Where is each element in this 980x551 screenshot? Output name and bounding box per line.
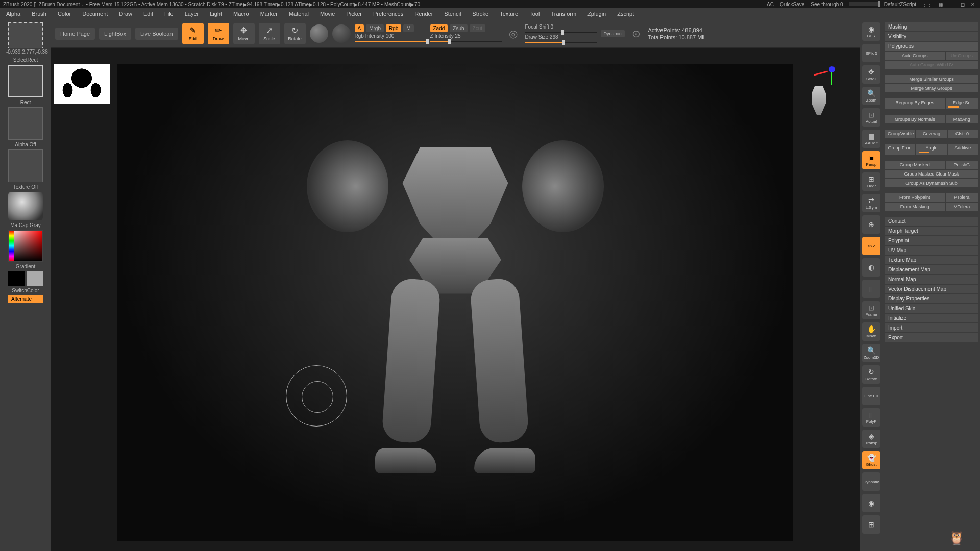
nav-aahalf[interactable]: ▦AAHalf: [862, 130, 880, 148]
menu-zplugin[interactable]: Zplugin: [585, 10, 608, 18]
draw-size-slider[interactable]: [525, 42, 597, 43]
axis-gizmo[interactable]: [814, 63, 844, 89]
swatch-secondary[interactable]: [27, 271, 43, 286]
mode-move[interactable]: ✥Move: [233, 23, 255, 44]
regroup-edges-button[interactable]: Regroup By Edges: [885, 98, 945, 109]
switch-color-label[interactable]: SwitchColor: [12, 288, 39, 293]
ptolera-button[interactable]: PTolera: [946, 193, 978, 202]
tab-lightbox[interactable]: LightBox: [99, 28, 131, 40]
uv-groups-button[interactable]: Uv Groups: [946, 52, 978, 60]
texture-swatch[interactable]: [8, 149, 43, 182]
menu-transform[interactable]: Transform: [549, 10, 578, 18]
mode-scale[interactable]: ⤢Scale: [259, 23, 280, 44]
nav-actual[interactable]: ⊡Actual: [862, 108, 880, 127]
menu-color[interactable]: Color: [56, 10, 73, 18]
menu-render[interactable]: Render: [412, 10, 435, 18]
menu-file[interactable]: File: [162, 10, 176, 18]
nav-local[interactable]: ⊕: [862, 215, 880, 234]
close-icon[interactable]: ✕: [971, 2, 975, 7]
a-button[interactable]: A: [355, 24, 364, 32]
group-masked-button[interactable]: Group Masked: [885, 161, 945, 169]
group-masked-clear-button[interactable]: Group Masked Clear Mask: [885, 170, 978, 178]
minimize-icon[interactable]: —: [949, 2, 954, 7]
camera-head-gizmo[interactable]: [808, 86, 829, 115]
ac-button[interactable]: AC: [767, 2, 774, 7]
nav-lsym[interactable]: ⇄L.Sym: [862, 194, 880, 212]
polish-button[interactable]: PolishG: [946, 161, 978, 169]
angle-button[interactable]: Angle: [916, 144, 946, 155]
menu-macro[interactable]: Macro: [231, 10, 251, 18]
section-visibility[interactable]: Visibility: [885, 32, 978, 41]
menu-stroke[interactable]: Stroke: [470, 10, 491, 18]
nav-rotate3d[interactable]: ↻Rotate: [862, 365, 880, 384]
viewport[interactable]: [51, 48, 860, 551]
nav-linefill[interactable]: Line Fill: [862, 387, 880, 405]
section-import[interactable]: Import: [885, 323, 978, 332]
menu-alpha[interactable]: Alpha: [4, 10, 22, 18]
seethrough-label[interactable]: See-through 0: [811, 2, 843, 7]
additive-button[interactable]: Additive: [948, 144, 978, 155]
menu-icon[interactable]: ⋮⋮: [922, 2, 933, 7]
nav-persp[interactable]: ▣Persp: [862, 151, 880, 169]
section-unified-skin[interactable]: Unified Skin: [885, 304, 978, 313]
section-displacement-map[interactable]: Displacement Map: [885, 265, 978, 274]
nav-scroll[interactable]: ✥Scroll: [862, 65, 880, 84]
section-initialize[interactable]: Initialize: [885, 314, 978, 322]
nav-frame[interactable]: ⊡Frame: [862, 301, 880, 319]
alternate-button[interactable]: Alternate: [8, 295, 43, 303]
menu-zscript[interactable]: Zscript: [615, 10, 636, 18]
gizmo-sphere-button[interactable]: [310, 24, 328, 43]
section-vector-disp-map[interactable]: Vector Displacement Map: [885, 285, 978, 293]
section-masking[interactable]: Masking: [885, 22, 978, 31]
nav-bpr[interactable]: ◉BPR: [862, 22, 880, 41]
nav-zoom[interactable]: 🔍Zoom: [862, 87, 880, 105]
nav-polyframe[interactable]: ▦: [862, 280, 880, 298]
menu-edit[interactable]: Edit: [141, 10, 155, 18]
stroke-rect-swatch[interactable]: [8, 65, 43, 97]
menu-texture[interactable]: Texture: [498, 10, 520, 18]
auto-groups-uv-button[interactable]: Auto Groups With UV: [885, 61, 978, 69]
nav-xyz[interactable]: XYZ: [862, 237, 880, 255]
group-front-button[interactable]: Group Front: [885, 144, 915, 155]
maxang-button[interactable]: MaxAng: [946, 115, 978, 123]
reference-thumbnail[interactable]: [54, 64, 110, 104]
tab-home-page[interactable]: Home Page: [55, 28, 95, 40]
zcut-button[interactable]: Zcut: [470, 24, 485, 32]
sculptris-sphere-button[interactable]: [332, 24, 351, 43]
menu-picker[interactable]: Picker: [344, 10, 364, 18]
menu-draw[interactable]: Draw: [117, 10, 134, 18]
seethrough-slider[interactable]: [849, 2, 880, 6]
m-button[interactable]: M: [403, 24, 413, 32]
nav-zoom3d[interactable]: 🔍Zoom3D: [862, 344, 880, 362]
coverage-button[interactable]: Coverag: [916, 130, 946, 138]
menu-stencil[interactable]: Stencil: [442, 10, 463, 18]
section-texture-map[interactable]: Texture Map: [885, 256, 978, 264]
menu-document[interactable]: Document: [80, 10, 110, 18]
nav-floor[interactable]: ⊞Floor: [862, 172, 880, 191]
from-polypaint-button[interactable]: From Polypaint: [885, 193, 945, 202]
rgb-intensity-slider[interactable]: [355, 41, 426, 42]
dynamic-button[interactable]: Dynamic: [601, 30, 625, 37]
section-uv-map[interactable]: UV Map: [885, 246, 978, 255]
menu-material[interactable]: Material: [287, 10, 311, 18]
clstr-button[interactable]: Clstr 0.: [948, 130, 978, 138]
group-visible-button[interactable]: GroupVisible: [885, 130, 915, 138]
mode-draw[interactable]: ✏Draw: [208, 23, 229, 44]
mode-edit[interactable]: ✎Edit: [182, 23, 204, 44]
group-dynamesh-button[interactable]: Group As Dynamesh Sub: [885, 179, 978, 187]
menu-marker[interactable]: Marker: [258, 10, 280, 18]
menu-icon-2[interactable]: ▦: [939, 2, 943, 7]
merge-stray-button[interactable]: Merge Stray Groups: [885, 84, 978, 92]
nav-dynamic2[interactable]: Dynamic: [862, 472, 880, 491]
tab-live-boolean[interactable]: Live Boolean: [135, 28, 178, 40]
swatch-main[interactable]: [8, 271, 24, 286]
menu-layer[interactable]: Layer: [183, 10, 201, 18]
menu-brush[interactable]: Brush: [30, 10, 48, 18]
mrgb-button[interactable]: Mrgb: [366, 24, 384, 32]
mode-rotate[interactable]: ↻Rotate: [284, 23, 306, 44]
z-intensity-slider[interactable]: [430, 41, 502, 42]
alpha-swatch[interactable]: [8, 107, 43, 140]
quicksave-button[interactable]: QuickSave: [780, 2, 804, 7]
menu-preferences[interactable]: Preferences: [371, 10, 405, 18]
section-export[interactable]: Export: [885, 333, 978, 342]
